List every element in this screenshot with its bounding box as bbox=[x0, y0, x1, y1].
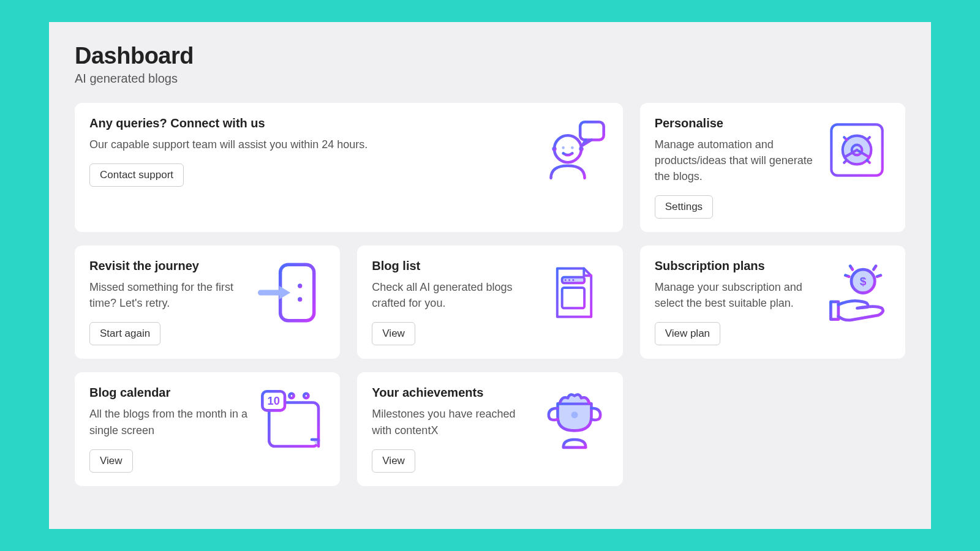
card-revisit: Revisit the journey Missed something for… bbox=[75, 246, 340, 359]
contact-support-button[interactable]: Contact support bbox=[89, 163, 184, 187]
calendar-view-button[interactable]: View bbox=[89, 449, 133, 473]
card-achievements-desc: Milestones you have reached with content… bbox=[372, 406, 530, 438]
card-achievements-title: Your achievements bbox=[372, 386, 530, 400]
svg-line-20 bbox=[867, 160, 870, 163]
page-header: Dashboard AI generated blogs bbox=[75, 43, 905, 86]
card-revisit-desc: Missed something for the first time? Let… bbox=[89, 279, 248, 311]
gear-icon bbox=[823, 116, 891, 184]
card-calendar: Blog calendar All the blogs from the mon… bbox=[75, 372, 340, 485]
svg-point-0 bbox=[554, 135, 581, 162]
card-personalise-desc: Manage automation and products/ideas tha… bbox=[655, 137, 813, 184]
svg-point-55 bbox=[571, 412, 578, 419]
svg-line-19 bbox=[844, 137, 846, 140]
svg-line-21 bbox=[867, 137, 870, 140]
support-agent-icon bbox=[541, 116, 608, 184]
card-subscription-title: Subscription plans bbox=[655, 259, 813, 273]
svg-point-25 bbox=[298, 284, 302, 288]
card-achievements: Your achievements Milestones you have re… bbox=[357, 372, 622, 485]
achievements-view-button[interactable]: View bbox=[372, 449, 415, 473]
svg-point-4 bbox=[571, 146, 574, 149]
card-bloglist-desc: Check all AI generated blogs crafted for… bbox=[372, 279, 530, 311]
view-plan-button[interactable]: View plan bbox=[655, 322, 720, 345]
svg-point-32 bbox=[572, 279, 574, 281]
card-bloglist: Blog list Check all AI generated blogs c… bbox=[357, 246, 622, 359]
card-personalise: Personalise Manage automation and produc… bbox=[640, 103, 905, 232]
settings-button[interactable]: Settings bbox=[655, 195, 713, 219]
svg-line-41 bbox=[873, 266, 876, 269]
svg-text:10: 10 bbox=[268, 395, 280, 408]
card-bloglist-title: Blog list bbox=[372, 259, 530, 273]
svg-point-30 bbox=[565, 279, 567, 281]
svg-point-3 bbox=[562, 146, 565, 149]
document-icon bbox=[541, 259, 608, 326]
calendar-icon: 10 bbox=[258, 386, 325, 453]
svg-line-42 bbox=[845, 276, 849, 277]
card-support: Any queries? Connect with us Our capable… bbox=[75, 103, 623, 232]
card-subscription-desc: Manage your subscription and select the … bbox=[655, 279, 813, 311]
svg-point-31 bbox=[568, 279, 570, 281]
card-subscription: Subscription plans Manage your subscript… bbox=[640, 246, 905, 359]
svg-point-2 bbox=[579, 147, 583, 151]
trophy-icon bbox=[541, 386, 608, 453]
svg-marker-28 bbox=[279, 286, 290, 299]
svg-line-22 bbox=[844, 160, 846, 163]
card-calendar-desc: All the blogs from the month in a single… bbox=[89, 406, 248, 438]
svg-point-1 bbox=[552, 147, 556, 151]
card-revisit-title: Revisit the journey bbox=[89, 259, 248, 273]
hand-coin-icon: $ bbox=[823, 259, 891, 326]
bloglist-view-button[interactable]: View bbox=[372, 322, 415, 345]
page-subtitle: AI generated blogs bbox=[75, 72, 905, 86]
door-enter-icon bbox=[258, 259, 325, 326]
start-again-button[interactable]: Start again bbox=[89, 322, 160, 345]
card-calendar-title: Blog calendar bbox=[89, 386, 248, 400]
svg-text:$: $ bbox=[859, 275, 866, 288]
card-personalise-title: Personalise bbox=[655, 116, 813, 130]
svg-line-40 bbox=[850, 266, 853, 269]
page-title: Dashboard bbox=[75, 43, 905, 69]
svg-point-26 bbox=[298, 298, 302, 302]
svg-line-43 bbox=[877, 276, 881, 277]
card-support-desc: Our capable support team will assist you… bbox=[89, 137, 368, 152]
card-support-title: Any queries? Connect with us bbox=[89, 116, 368, 130]
